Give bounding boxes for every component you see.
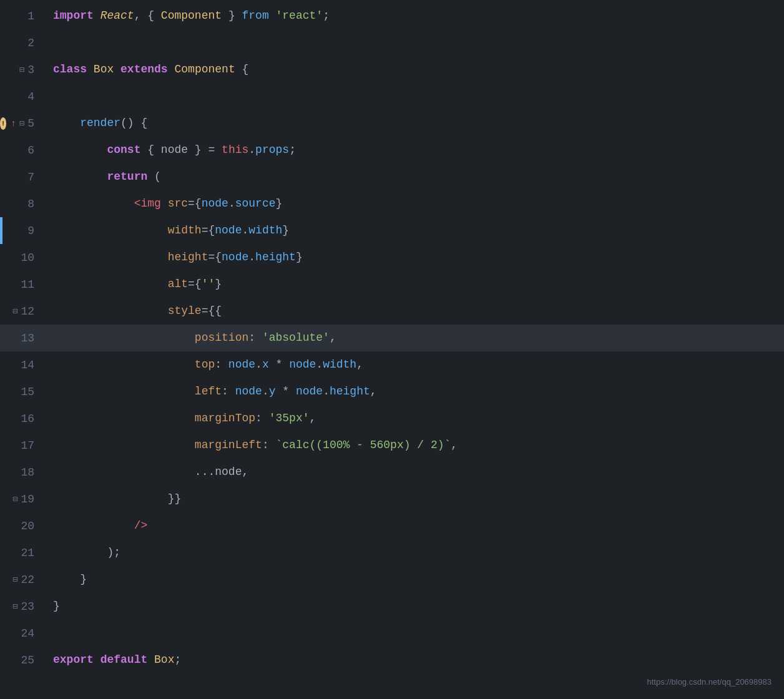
left-border-blue-9 (0, 217, 2, 244)
code-line-7: 7 return ( (0, 164, 784, 190)
line-number-5: ! ↑ ⊟ 5 (0, 117, 47, 130)
code-line-19: ⊟19 }} (0, 486, 784, 512)
code-content-25: export default Box; (47, 647, 784, 673)
line-number-2: 2 (0, 37, 47, 49)
code-content-10: height={node.height} (47, 244, 784, 271)
code-editor: 1 import React, { Component } from 'reac… (0, 0, 784, 699)
code-content-19: }} (47, 486, 784, 512)
fold-icon-19[interactable]: ⊟ (12, 494, 17, 504)
line-number-23: ⊟23 (0, 600, 47, 613)
code-content-1: import React, { Component } from 'react'… (47, 2, 784, 29)
code-line-11: 11 alt={''} (0, 271, 784, 298)
fold-icon-23[interactable]: ⊟ (12, 601, 17, 612)
code-line-12: ⊟12 style={{ (0, 298, 784, 325)
code-line-23: ⊟23 } (0, 593, 784, 620)
code-line-21: 21 ); (0, 539, 784, 566)
code-content-22: } (47, 566, 784, 593)
code-content-17: marginLeft: `calc((100% - 560px) / 2)`, (47, 432, 784, 459)
line-number-11: 11 (0, 278, 47, 291)
line-number-9: 9 (0, 225, 47, 237)
code-line-10: 10 height={node.height} (0, 244, 784, 271)
line-number-22: ⊟22 (0, 574, 47, 586)
code-content-21: ); (47, 539, 784, 566)
fold-icon-5[interactable]: ⊟ (19, 118, 24, 129)
line-number-24: 24 (0, 627, 47, 640)
line-number-10: 10 (0, 252, 47, 264)
code-content-13: position: 'absolute', (47, 325, 784, 351)
line-number-25: 25 (0, 654, 47, 667)
code-content-23: } (47, 593, 784, 620)
code-line-6: 6 const { node } = this.props; (0, 137, 784, 164)
code-line-22: ⊟22 } (0, 566, 784, 593)
code-content-6: const { node } = this.props; (47, 137, 784, 164)
code-line-3: ⊟3 class Box extends Component { (0, 56, 784, 83)
code-content-12: style={{ (47, 298, 784, 325)
line-number-15: 15 (0, 386, 47, 398)
fold-icon-3[interactable]: ⊟ (19, 64, 24, 75)
code-line-13: 13 position: 'absolute', (0, 325, 784, 351)
code-line-24: 24 (0, 620, 784, 647)
code-content-3: class Box extends Component { (47, 56, 784, 83)
code-content-14: top: node.x * node.width, (47, 351, 784, 378)
code-content-5: render() { (47, 110, 784, 137)
line-number-12: ⊟12 (0, 305, 47, 318)
code-line-15: 15 left: node.y * node.height, (0, 378, 784, 405)
code-line-18: 18 ...node, (0, 459, 784, 486)
code-content-15: left: node.y * node.height, (47, 378, 784, 405)
line-number-7: 7 (0, 171, 47, 183)
up-arrow: ↑ (11, 119, 16, 129)
line-number-8: 8 (0, 198, 47, 210)
line-number-18: 18 (0, 466, 47, 479)
code-content-11: alt={''} (47, 271, 784, 298)
line-number-20: 20 (0, 520, 47, 532)
watermark: https://blog.csdn.net/qq_20698983 (647, 677, 772, 687)
code-line-5: ! ↑ ⊟ 5 render() { (0, 110, 784, 137)
line-number-13: 13 (0, 332, 47, 345)
line-number-17: 17 (0, 439, 47, 452)
fold-icon-12[interactable]: ⊟ (12, 306, 17, 316)
code-line-4: 4 (0, 83, 784, 110)
code-content-20: /> (47, 512, 784, 539)
code-line-25: 25 export default Box; (0, 647, 784, 673)
code-content-9: width={node.width} (47, 217, 784, 244)
code-line-20: 20 /> (0, 512, 784, 539)
render-badge: ! (0, 117, 6, 130)
line-number-19: ⊟19 (0, 493, 47, 506)
code-content-7: return ( (47, 164, 784, 190)
line-number-16: 16 (0, 413, 47, 425)
code-line-8: 8 <img src={node.source} (0, 190, 784, 217)
line-number-3: ⊟3 (0, 64, 47, 76)
line-number-4: 4 (0, 90, 47, 103)
code-content-16: marginTop: '35px', (47, 405, 784, 432)
line-number-1: 1 (0, 10, 47, 22)
code-line-17: 17 marginLeft: `calc((100% - 560px) / 2)… (0, 432, 784, 459)
line-number-14: 14 (0, 359, 47, 371)
code-line-16: 16 marginTop: '35px', (0, 405, 784, 432)
code-content-18: ...node, (47, 459, 784, 486)
code-line-2: 2 (0, 29, 784, 56)
code-line-1: 1 import React, { Component } from 'reac… (0, 2, 784, 29)
line-number-21: 21 (0, 547, 47, 559)
code-line-14: 14 top: node.x * node.width, (0, 351, 784, 378)
code-content-8: <img src={node.source} (47, 190, 784, 217)
fold-icon-22[interactable]: ⊟ (12, 574, 17, 585)
code-line-9: 9 width={node.width} (0, 217, 784, 244)
line-number-6: 6 (0, 144, 47, 157)
